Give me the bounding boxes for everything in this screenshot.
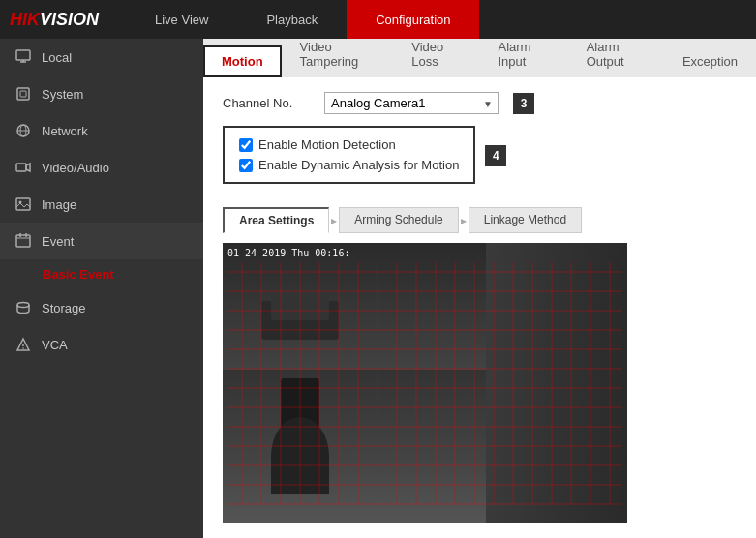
checkbox-dynamic[interactable] [239, 159, 253, 172]
sidebar-item-local[interactable]: Local [0, 39, 203, 75]
sidebar-label-system: System [42, 87, 83, 102]
content-body: Channel No. Analog Camera1 3 Enable Moti… [203, 77, 756, 538]
subtab-videotampering[interactable]: Video Tampering [282, 39, 394, 77]
channel-label: Channel No. [223, 96, 310, 110]
subtab-alarmoutput[interactable]: Alarm Output [568, 39, 664, 77]
channel-row: Channel No. Analog Camera1 3 [223, 92, 737, 114]
event-icon [15, 232, 32, 250]
camera-feed: 01-24-2019 Thu 00:16: [223, 243, 627, 523]
nav-configuration[interactable]: Configuration [347, 0, 479, 39]
svg-rect-12 [16, 235, 30, 247]
sub-tabs: 2 Motion Video Tampering Video Loss Alar… [203, 39, 756, 77]
image-icon [15, 195, 32, 213]
nav-playback[interactable]: Playback [237, 0, 347, 39]
sidebar-label-network: Network [42, 124, 88, 138]
sidebar-label-videoaudio: Video/Audio [42, 161, 109, 175]
checkbox-row-dynamic: Enable Dynamic Analysis for Motion [239, 158, 459, 172]
checkbox-label-motion: Enable Motion Detection [258, 137, 396, 152]
sidebar-item-event[interactable]: Event [0, 223, 203, 259]
top-navigation: HIKVISION Live View Playback Configurati… [0, 0, 756, 39]
sidebar-item-image[interactable]: Image [0, 186, 203, 223]
checkbox-group: Enable Motion Detection Enable Dynamic A… [223, 126, 475, 184]
logo: HIKVISION [0, 10, 126, 30]
subtab-alarminput[interactable]: Alarm Input [479, 39, 567, 77]
arrow-separator-1: ▸ [329, 207, 339, 233]
subtab-videoloss[interactable]: Video Loss [393, 39, 479, 77]
vca-icon [15, 336, 32, 353]
feed-timestamp: 01-24-2019 Thu 00:16: [227, 248, 349, 258]
video-icon [15, 159, 32, 176]
checkbox-motion[interactable] [239, 138, 253, 152]
innertab-areasettings[interactable]: Area Settings [223, 207, 329, 233]
channel-select-wrapper: Analog Camera1 [324, 92, 499, 114]
sidebar-label-vca: VCA [42, 338, 68, 352]
subtab-exception[interactable]: Exception [664, 45, 756, 77]
main-layout: Local System Network Video/Audio Image [0, 39, 756, 538]
inner-tabs: Area Settings ▸ Arming Schedule ▸ Linkag… [223, 207, 737, 233]
sidebar-subitem-basicevent[interactable]: Basic Event [0, 259, 203, 289]
channel-select[interactable]: Analog Camera1 [324, 92, 499, 114]
arrow-separator-2: ▸ [459, 207, 469, 233]
monitor-icon [15, 48, 32, 66]
svg-point-19 [22, 347, 24, 349]
subtab-motion[interactable]: Motion [203, 45, 282, 77]
nav-items: Live View Playback Configuration [126, 0, 756, 39]
svg-rect-3 [17, 88, 29, 100]
sidebar-item-network[interactable]: Network [0, 112, 203, 149]
content-area: 2 Motion Video Tampering Video Loss Alar… [203, 39, 756, 538]
sidebar-item-storage[interactable]: Storage [0, 289, 203, 326]
innertab-linkagemethod[interactable]: Linkage Method [469, 207, 582, 233]
sidebar-item-system[interactable]: System [0, 75, 203, 112]
sidebar-item-videoaudio[interactable]: Video/Audio [0, 149, 203, 186]
nav-liveview[interactable]: Live View [126, 0, 237, 39]
checkbox-row-motion: Enable Motion Detection [239, 137, 459, 152]
svg-rect-8 [16, 164, 26, 171]
sidebar-label-event: Event [42, 234, 74, 249]
checkbox-label-dynamic: Enable Dynamic Analysis for Motion [258, 158, 459, 172]
svg-marker-9 [26, 164, 30, 171]
sidebar-label-storage: Storage [42, 301, 86, 315]
badge-4: 4 [485, 145, 506, 166]
sidebar-item-vca[interactable]: VCA [0, 326, 203, 363]
system-icon [15, 85, 32, 103]
badge-3: 3 [513, 93, 534, 114]
content-wrapper: 2 Motion Video Tampering Video Loss Alar… [203, 39, 756, 538]
logo-vision: VISION [40, 10, 99, 30]
svg-rect-0 [16, 50, 30, 60]
svg-point-16 [17, 303, 29, 308]
svg-rect-10 [16, 198, 30, 210]
motion-grid-overlay[interactable] [223, 243, 627, 523]
storage-icon [15, 299, 32, 316]
sidebar-label-image: Image [42, 197, 76, 212]
logo-hik: HIK [10, 10, 40, 30]
svg-rect-4 [20, 91, 26, 97]
innertab-armingschedule[interactable]: Arming Schedule [339, 207, 458, 233]
sidebar-label-local: Local [42, 50, 72, 65]
network-icon [15, 122, 32, 139]
sidebar: Local System Network Video/Audio Image [0, 39, 203, 538]
